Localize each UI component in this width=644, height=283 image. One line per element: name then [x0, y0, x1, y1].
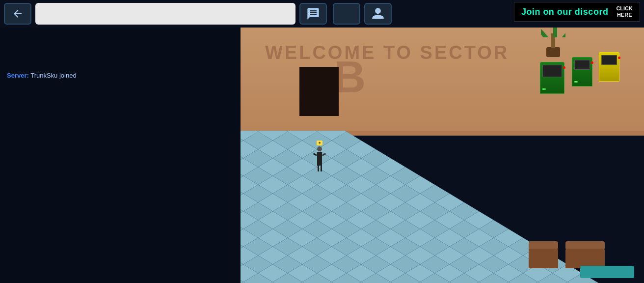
couch-left: [529, 249, 558, 268]
server-msg-text: TrunkSku joined: [29, 72, 77, 79]
arcade-machine-yellow: [599, 52, 619, 82]
person-icon: [371, 7, 385, 21]
discord-join-text: Join on our discord: [521, 7, 609, 17]
player-badge: ★: [317, 141, 322, 145]
player-leg-left: [318, 166, 319, 171]
arcade-machine-green-1: ■■: [572, 57, 592, 86]
player-body: [317, 152, 322, 166]
player-character: ★: [317, 141, 322, 171]
back-arrow-icon: [12, 8, 24, 20]
server-label: Server:: [7, 72, 29, 79]
arcade-machine-green-2: ■■: [540, 62, 564, 94]
couch-right: [565, 249, 605, 268]
search-input[interactable]: [35, 3, 295, 25]
doorway: [299, 67, 339, 116]
chat-icon: [306, 7, 320, 21]
teal-mat: [580, 266, 634, 278]
player-legs: [318, 166, 322, 171]
player-head: [317, 146, 322, 151]
server-message: Server: TrunkSku joined: [7, 72, 77, 79]
action-button[interactable]: [364, 3, 392, 25]
discord-banner[interactable]: Join on our discord CLICK HERE: [514, 2, 640, 22]
back-button[interactable]: [4, 3, 31, 25]
welcome-text-line1: WELCOME TO SECTOR: [265, 42, 509, 63]
spacer-area: [333, 3, 360, 25]
left-dark-panel: Server: TrunkSku joined: [0, 28, 255, 283]
click-here-label: CLICK HERE: [616, 5, 633, 18]
chat-button[interactable]: [299, 3, 327, 25]
player-leg-right: [321, 166, 322, 171]
iso-scene: WELCOME TO SECTOR B ■■ ■■: [241, 28, 644, 283]
game-canvas: Server: TrunkSku joined WELCOME TO SECTO…: [0, 28, 644, 283]
